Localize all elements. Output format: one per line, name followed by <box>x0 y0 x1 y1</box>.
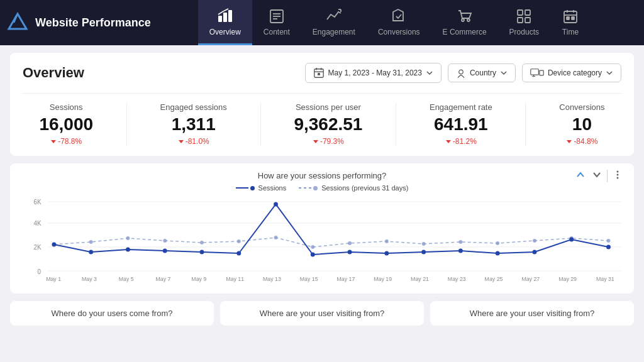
svg-text:May 27: May 27 <box>521 276 540 282</box>
svg-point-28 <box>459 70 463 74</box>
country-filter[interactable]: Country <box>448 63 516 82</box>
location-icon <box>456 68 466 78</box>
svg-point-76 <box>458 249 463 253</box>
svg-marker-37 <box>567 140 572 143</box>
time-icon <box>562 8 579 25</box>
svg-point-64 <box>607 239 611 243</box>
chart-down-button[interactable] <box>591 168 603 183</box>
svg-point-70 <box>236 251 241 256</box>
legend-sessions-label: Sessions <box>258 184 287 192</box>
nav-item-overview[interactable]: Overview <box>198 0 252 45</box>
device-icon <box>530 68 544 78</box>
overview-card: Overview May 1, 2023 - May 31, 2023 <box>10 53 634 156</box>
logo-area: Website Performance <box>6 11 151 34</box>
nav-label-ecommerce: E Commerce <box>443 28 487 36</box>
metric-engagement-rate-change: -81.2% <box>445 137 477 146</box>
svg-text:May 5: May 5 <box>119 276 134 282</box>
svg-marker-36 <box>446 140 451 143</box>
legend-sessions: Sessions <box>236 184 287 192</box>
svg-text:May 7: May 7 <box>156 276 171 282</box>
metrics-row: Sessions 16,000 -78.8% Engaged sessions … <box>23 93 621 146</box>
date-range-filter[interactable]: May 1, 2023 - May 31, 2023 <box>305 63 441 83</box>
legend-previous: Sessions (previous 31 days) <box>299 184 408 192</box>
metric-sessions-change: -78.8% <box>50 137 82 146</box>
overview-title: Overview <box>23 65 84 81</box>
svg-text:May 13: May 13 <box>263 276 281 282</box>
down-arrow-icon-5 <box>566 138 572 145</box>
nav-item-content[interactable]: Content <box>252 0 301 45</box>
device-chevron-icon <box>606 69 613 77</box>
svg-point-71 <box>274 202 278 207</box>
nav-item-ecommerce[interactable]: E Commerce <box>431 0 498 45</box>
date-chevron-icon <box>426 69 433 77</box>
filter-group: May 1, 2023 - May 31, 2023 Country <box>305 63 622 83</box>
svg-point-52 <box>163 239 167 243</box>
up-arrow-icon <box>575 170 586 180</box>
date-range-label: May 1, 2023 - May 31, 2023 <box>328 69 422 77</box>
overview-header: Overview May 1, 2023 - May 31, 2023 <box>23 63 621 83</box>
metric-per-user-value: 9,362.51 <box>294 114 362 134</box>
svg-marker-33 <box>51 140 56 143</box>
chart-actions <box>574 168 624 183</box>
svg-point-77 <box>496 251 500 256</box>
nav-label-overview: Overview <box>209 28 241 36</box>
svg-point-40 <box>617 177 619 179</box>
chart-more-button[interactable] <box>611 168 624 183</box>
metric-engaged: Engaged sessions 1,311 -81.0% <box>160 102 227 146</box>
svg-text:May 11: May 11 <box>226 276 244 282</box>
svg-rect-22 <box>572 17 574 19</box>
svg-point-12 <box>467 19 470 21</box>
svg-text:May 19: May 19 <box>374 276 392 282</box>
nav-item-products[interactable]: Products <box>498 0 550 45</box>
svg-point-11 <box>462 19 464 21</box>
svg-text:May 1: May 1 <box>46 276 61 282</box>
overview-icon <box>216 8 234 25</box>
metric-engaged-label: Engaged sessions <box>160 102 227 112</box>
nav-item-engagement[interactable]: Engagement <box>301 0 367 45</box>
metric-engagement-rate-label: Engagement rate <box>430 102 492 112</box>
svg-rect-30 <box>540 70 543 75</box>
chart-card: How are your sessions performing? <box>10 163 634 293</box>
header: Website Performance Overview <box>0 0 644 45</box>
content-icon <box>268 8 286 25</box>
svg-text:2K: 2K <box>34 244 42 251</box>
products-icon <box>515 8 533 25</box>
svg-rect-16 <box>525 18 530 23</box>
svg-point-61 <box>496 241 499 245</box>
engagement-icon <box>325 8 343 25</box>
bottom-card-label-1: Where are your user visiting from? <box>260 309 385 318</box>
nav-item-time[interactable]: Time <box>550 0 591 45</box>
svg-point-59 <box>422 242 426 246</box>
svg-point-69 <box>200 250 204 255</box>
svg-point-74 <box>384 251 389 256</box>
logo-text: Website Performance <box>35 16 151 30</box>
svg-rect-13 <box>518 10 523 15</box>
metric-engagement-rate-value: 641.91 <box>434 114 488 134</box>
svg-point-51 <box>126 236 130 240</box>
nav-label-engagement: Engagement <box>313 28 355 36</box>
sessions-chart: 6K 4K 2K 0 <box>20 195 624 283</box>
metric-engagement-rate: Engagement rate 641.91 -81.2% <box>430 102 492 146</box>
metric-engaged-change: -81.0% <box>178 137 209 146</box>
chart-legend: Sessions Sessions (previous 31 days) <box>20 184 624 192</box>
svg-rect-4 <box>228 10 232 22</box>
nav-item-conversions[interactable]: Conversions <box>367 0 431 45</box>
svg-text:6K: 6K <box>34 199 42 206</box>
down-arrow-icon-2 <box>178 138 184 145</box>
bottom-card-2: Where are your user visiting from? <box>430 301 634 326</box>
nav-label-conversions: Conversions <box>378 28 420 36</box>
country-label: Country <box>470 69 496 77</box>
bottom-card-1: Where are your user visiting from? <box>220 301 424 326</box>
svg-point-67 <box>126 248 130 252</box>
metric-conversions-value: 10 <box>572 114 592 134</box>
metric-conversions-change: -84.8% <box>566 137 597 146</box>
svg-rect-3 <box>223 13 227 22</box>
device-filter[interactable]: Device category <box>522 63 621 82</box>
nav-items: Overview Content <box>151 0 638 45</box>
logo-icon <box>6 11 29 34</box>
svg-point-58 <box>385 239 389 243</box>
chart-title: How are your sessions performing? <box>258 171 386 180</box>
svg-text:May 17: May 17 <box>337 276 355 282</box>
chart-up-button[interactable] <box>574 168 587 183</box>
svg-text:May 3: May 3 <box>82 276 97 282</box>
